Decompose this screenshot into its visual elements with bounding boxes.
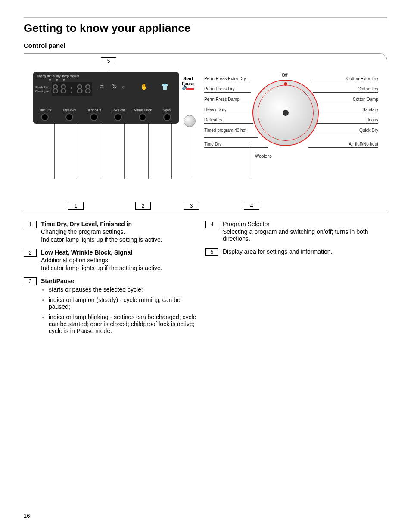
prog-cotton-damp: Cotton Damp: [353, 97, 378, 102]
drying-status-label: Drying status: [37, 75, 55, 78]
callout-2: 2: [135, 202, 151, 210]
btn-label-finished-in: Finished in: [83, 109, 105, 112]
page-title: Getting to know your appliance: [24, 22, 387, 35]
btn-label-dry-level: Dry Level: [59, 109, 80, 112]
legend-3-b1: starts or pauses the selected cycle;: [49, 286, 201, 293]
callout-4: 4: [244, 202, 259, 210]
btn-dry-level[interactable]: [65, 113, 73, 121]
legend-4-title: Program Selector: [223, 221, 270, 227]
start-pause-indicator: [186, 88, 194, 90]
btn-label-wrinkle-block: Wrinkle Block: [132, 109, 153, 112]
prog-delicates: Delicates: [204, 118, 222, 122]
legend-5-p1: Display area for settings and informatio…: [223, 248, 383, 255]
btn-finished-in[interactable]: [90, 113, 98, 121]
prog-time-dry: Time Dry: [204, 142, 221, 146]
dial-indicator-dot: [284, 82, 287, 86]
prog-perm-press-dry: Perm Press Dry: [204, 87, 235, 91]
legend-3-b3: indicator lamp blinking - settings can b…: [49, 314, 201, 334]
callout-3: 3: [184, 202, 199, 210]
legend-2-p2: Indicator lamp lights up if the setting …: [41, 264, 201, 271]
btn-label-low-heat: Low Heat: [107, 109, 129, 112]
program-selector-dial[interactable]: [252, 80, 319, 146]
prog-air-fluff: Air fluff/No heat: [349, 142, 378, 146]
start-pause-label: Start Pause: [182, 76, 194, 87]
prog-timed-40-hot: Timed program 40 hot: [204, 128, 246, 133]
legend-num-1: 1: [24, 221, 37, 228]
start-pause-button[interactable]: [184, 115, 196, 127]
btn-signal[interactable]: [163, 113, 171, 121]
legend-num-5: 5: [206, 248, 218, 256]
shirt-icon: 👕: [160, 82, 169, 91]
legend-num-3: 3: [24, 277, 37, 285]
callout-5: 5: [101, 57, 116, 65]
drying-status-levels: dry damp regular: [56, 75, 79, 78]
key-icon: ⊂: [97, 82, 106, 91]
btn-wrinkle-block[interactable]: [139, 113, 146, 121]
section-title: Control panel: [24, 42, 387, 49]
prog-perm-press-damp: Perm Press Damp: [204, 97, 240, 102]
legend-3-b2: indicator lamp on (steady) - cycle runni…: [49, 296, 201, 310]
btn-label-signal: Signal: [156, 109, 178, 112]
prog-perm-press-extra-dry: Perm Press Extra Dry: [204, 76, 246, 81]
prog-off: Off: [282, 73, 287, 78]
callout-1: 1: [68, 202, 84, 210]
control-panel-diagram: 5 Drying status dry damp regular Check d…: [24, 53, 387, 211]
check-drain-label: Check drain: [35, 85, 51, 89]
btn-time-dry[interactable]: [41, 113, 49, 121]
prog-heavy-duty: Heavy Duty: [204, 107, 227, 112]
seven-segment-display: 88:88: [52, 82, 92, 96]
sun-icon: ☼: [119, 82, 128, 91]
legend-num-2: 2: [24, 249, 37, 257]
legend: 1 Time Dry, Dry Level, Finished in Chang…: [24, 215, 387, 338]
legend-1-title: Time Dry, Dry Level, Finished in: [41, 221, 132, 227]
prog-cotton-extra-dry: Cotton Extra Dry: [346, 76, 378, 81]
legend-4-p1: Selecting a program and switching on/off…: [223, 228, 383, 242]
prog-quick-dry: Quick Dry: [359, 128, 378, 133]
cleaning-req-label: Cleaning req.: [35, 89, 51, 93]
refresh-icon: ↻: [110, 82, 119, 91]
btn-label-time-dry: Time Dry: [34, 109, 56, 112]
prog-woolens: Woolens: [255, 154, 272, 159]
prog-cotton-dry: Cotton Dry: [358, 87, 378, 91]
legend-2-title: Low Heat, Wrinkle Block, Signal: [41, 249, 132, 256]
prog-sanitary: Sanitary: [362, 107, 378, 112]
legend-3-title: Start/Pause: [41, 277, 74, 284]
hand-icon: ✋: [140, 82, 148, 91]
legend-1-p1: Changing the program settings.: [41, 228, 201, 235]
legend-2-p1: Additional option settings.: [41, 257, 201, 264]
legend-num-4: 4: [206, 221, 218, 228]
btn-low-heat[interactable]: [114, 113, 122, 121]
prog-jeans: Jeans: [367, 118, 378, 122]
display-panel: Drying status dry damp regular Check dra…: [33, 72, 179, 124]
legend-1-p2: Indicator lamp lights up if the setting …: [41, 236, 201, 243]
